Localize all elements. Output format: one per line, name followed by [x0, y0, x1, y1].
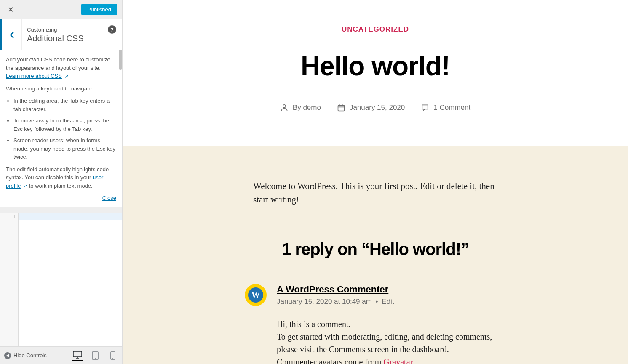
comment-icon — [421, 104, 429, 112]
code-editor: 1 — [0, 207, 122, 347]
comment-line-3-prefix: Commenter avatars come from — [277, 357, 383, 364]
post-header: UNCATEGORIZED Hello world! By demo Janua… — [123, 0, 628, 146]
customizer-sidebar: ✕ Published Customizing Additional CSS ?… — [0, 0, 123, 364]
comments-meta[interactable]: 1 Comment — [421, 104, 470, 112]
chevron-left-icon — [9, 31, 14, 39]
comment: W A WordPress Commenter January 15, 2020… — [245, 284, 506, 364]
mobile-icon — [110, 351, 115, 360]
calendar-icon — [337, 104, 345, 112]
meta-separator: • — [374, 298, 380, 306]
comment-line-1: Hi, this is a comment. — [277, 319, 351, 329]
tips-list: In the editing area, the Tab key enters … — [6, 97, 116, 161]
section-sublabel: Customizing — [27, 27, 117, 33]
keyboard-intro: When using a keyboard to navigate: — [6, 85, 116, 93]
svg-point-2 — [95, 358, 96, 359]
close-icon[interactable]: ✕ — [5, 3, 16, 17]
author-prefix: By — [293, 104, 303, 112]
author-name[interactable]: demo — [303, 104, 321, 112]
post-date: January 15, 2020 — [350, 104, 405, 112]
category-link[interactable]: UNCATEGORIZED — [342, 25, 409, 35]
post-body: Welcome to WordPress. This is your first… — [123, 146, 628, 364]
preview-pane[interactable]: UNCATEGORIZED Hello world! By demo Janua… — [123, 0, 628, 364]
line-number: 1 — [3, 213, 16, 220]
gravatar-link[interactable]: Gravatar — [383, 357, 412, 364]
comment-text: Hi, this is a comment. To get started wi… — [277, 318, 506, 364]
svg-rect-6 — [338, 105, 344, 111]
mobile-device-button[interactable] — [108, 351, 118, 361]
wordpress-logo-icon: W — [245, 284, 267, 306]
external-link-icon: ↗ — [64, 73, 69, 79]
intro-text: Add your own CSS code here to customize … — [6, 56, 110, 71]
help-icon[interactable]: ? — [108, 25, 116, 34]
post-meta: By demo January 15, 2020 1 Comment — [139, 104, 611, 112]
post-content: Welcome to WordPress. This is your first… — [253, 180, 497, 206]
tip-item: Screen reader users: when in forms mode,… — [13, 136, 116, 161]
section-labels: Customizing Additional CSS — [22, 22, 122, 48]
hide-controls-button[interactable]: ◀ Hide Controls — [4, 352, 47, 359]
external-link-icon: ↗ — [23, 183, 27, 189]
hide-controls-label: Hide Controls — [13, 352, 47, 359]
code-gutter: 1 — [0, 213, 19, 347]
author-meta: By demo — [280, 104, 321, 112]
comments-count: 1 Comment — [433, 104, 470, 112]
person-icon — [280, 104, 289, 112]
svg-point-5 — [283, 105, 286, 108]
device-toggles — [72, 351, 118, 361]
replies-title: 1 reply on “Hello world!” — [253, 240, 497, 259]
avatar: W — [245, 284, 267, 306]
collapse-icon: ◀ — [4, 352, 11, 359]
section-title: Additional CSS — [27, 34, 117, 43]
tip-item: To move away from this area, press the E… — [13, 117, 116, 133]
comment-meta: January 15, 2020 at 10:49 am • Edit — [277, 298, 506, 306]
comment-line-2: To get started with moderating, editing,… — [277, 332, 492, 354]
svg-rect-0 — [73, 351, 82, 357]
desktop-device-button[interactable] — [72, 351, 83, 361]
back-button[interactable] — [2, 19, 22, 50]
top-bar: ✕ Published — [0, 0, 122, 19]
bottom-bar: ◀ Hide Controls — [0, 346, 122, 364]
description-panel: Add your own CSS code here to customize … — [0, 50, 122, 207]
post-title: Hello world! — [139, 50, 611, 82]
section-header: Customizing Additional CSS ? — [0, 19, 122, 50]
code-textarea[interactable] — [19, 213, 122, 347]
desktop-icon — [73, 351, 82, 359]
tablet-device-button[interactable] — [90, 351, 100, 361]
comment-line-3-suffix: . — [412, 357, 414, 364]
close-description-link[interactable]: Close — [6, 194, 116, 202]
date-meta: January 15, 2020 — [337, 104, 405, 112]
tip-item: In the editing area, the Tab key enters … — [13, 97, 116, 113]
learn-more-link[interactable]: Learn more about CSS — [6, 73, 62, 79]
commenter-name-link[interactable]: A WordPress Commenter — [277, 284, 388, 295]
svg-point-4 — [112, 358, 113, 359]
publish-button[interactable]: Published — [81, 4, 117, 15]
syntax-text-2: to work in plain text mode. — [29, 183, 93, 189]
tablet-icon — [92, 351, 99, 360]
comment-date[interactable]: January 15, 2020 at 10:49 am — [277, 298, 372, 306]
edit-comment-link[interactable]: Edit — [382, 298, 394, 306]
